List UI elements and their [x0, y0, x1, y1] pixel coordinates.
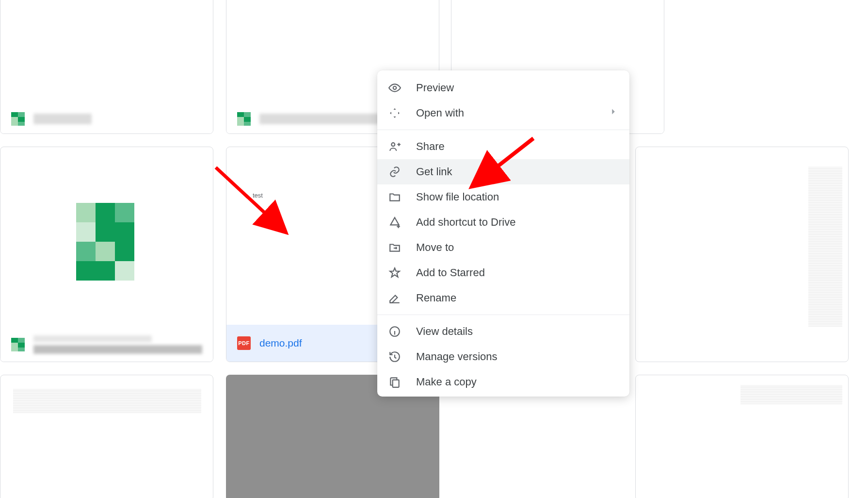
open-with-icon — [388, 106, 402, 120]
rename-icon — [388, 291, 402, 305]
menu-label: Share — [416, 140, 445, 153]
menu-make-copy[interactable]: Make a copy — [377, 369, 629, 395]
sheets-icon — [11, 112, 25, 126]
menu-show-location[interactable]: Show file location — [377, 184, 629, 210]
file-thumbnail — [740, 385, 842, 404]
menu-label: Show file location — [416, 191, 499, 203]
menu-separator — [377, 315, 629, 315]
svg-rect-3 — [393, 380, 399, 387]
file-card[interactable] — [635, 147, 849, 362]
menu-label: Preview — [416, 82, 454, 94]
context-menu: Preview Open with Share Get link Show fi… — [377, 70, 629, 397]
share-icon — [388, 140, 402, 153]
menu-rename[interactable]: Rename — [377, 285, 629, 311]
eye-icon — [388, 81, 402, 95]
file-card-footer — [0, 328, 213, 362]
history-icon — [388, 350, 402, 364]
menu-label: Add to Starred — [416, 266, 485, 279]
file-card-footer — [0, 104, 213, 133]
svg-point-1 — [391, 143, 395, 146]
menu-label: Move to — [416, 241, 454, 254]
sheets-icon — [11, 338, 25, 351]
menu-move-to[interactable]: Move to — [377, 235, 629, 260]
file-title-redacted — [33, 114, 92, 124]
file-card[interactable] — [635, 375, 849, 498]
menu-label: Open with — [416, 107, 464, 119]
sheets-thumbnail — [76, 203, 139, 281]
menu-label: Get link — [416, 166, 452, 178]
file-title-redacted — [33, 335, 202, 354]
menu-label: Make a copy — [416, 376, 477, 388]
menu-preview[interactable]: Preview — [377, 75, 629, 100]
selected-file-name: demo.pdf — [259, 337, 302, 349]
folder-icon — [388, 190, 402, 204]
file-card[interactable] — [0, 147, 213, 362]
menu-star[interactable]: Add to Starred — [377, 260, 629, 285]
move-icon — [388, 241, 402, 254]
file-thumbnail — [13, 389, 201, 413]
chevron-right-icon — [608, 106, 619, 120]
menu-add-shortcut[interactable]: Add shortcut to Drive — [377, 210, 629, 235]
pdf-preview-text: test — [253, 192, 263, 199]
menu-get-link[interactable]: Get link — [377, 159, 629, 184]
menu-label: Rename — [416, 292, 456, 304]
file-card[interactable] — [0, 375, 213, 498]
menu-share[interactable]: Share — [377, 134, 629, 159]
shortcut-icon — [388, 216, 402, 229]
link-icon — [388, 165, 402, 179]
menu-open-with[interactable]: Open with — [377, 100, 629, 126]
svg-point-0 — [393, 86, 397, 90]
pdf-icon: PDF — [237, 336, 251, 350]
file-card[interactable] — [0, 0, 213, 134]
copy-icon — [388, 375, 402, 389]
menu-label: Manage versions — [416, 350, 498, 363]
star-icon — [388, 266, 402, 280]
menu-separator — [377, 130, 629, 130]
menu-manage-versions[interactable]: Manage versions — [377, 344, 629, 369]
menu-label: View details — [416, 325, 473, 338]
info-icon — [388, 325, 402, 338]
sheets-icon — [237, 112, 251, 126]
menu-label: Add shortcut to Drive — [416, 216, 515, 229]
menu-view-details[interactable]: View details — [377, 319, 629, 344]
file-thumbnail — [808, 166, 842, 327]
